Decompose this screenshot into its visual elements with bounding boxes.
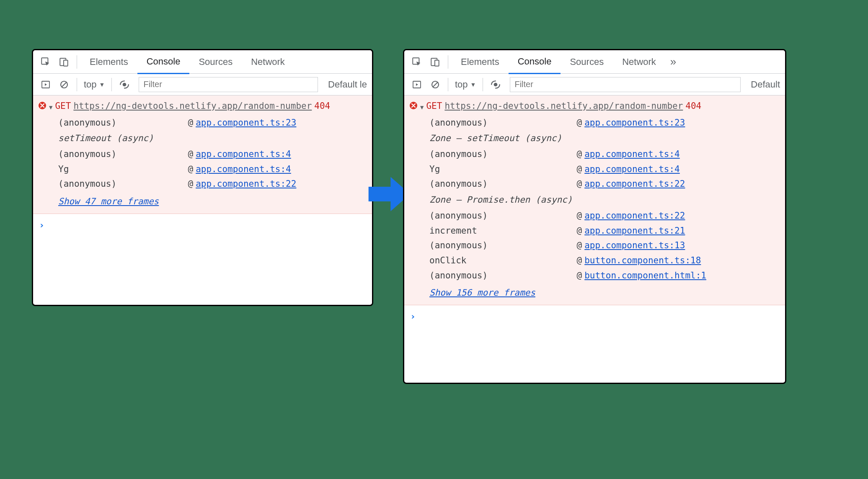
tab-console[interactable]: Console <box>137 51 190 74</box>
console-sidebar-toggle-icon[interactable] <box>408 76 425 93</box>
frame-function: (anonymous) <box>429 177 577 192</box>
more-tabs-icon[interactable]: » <box>665 55 681 68</box>
device-toolbar-icon[interactable] <box>427 54 444 70</box>
at-symbol: @ <box>577 162 582 177</box>
chevron-down-icon: ▼ <box>470 81 476 88</box>
console-toolbar: top ▼ Default <box>404 74 785 95</box>
console-sidebar-toggle-icon[interactable] <box>37 76 54 93</box>
console-prompt[interactable] <box>33 214 372 236</box>
inspect-icon[interactable] <box>37 54 54 70</box>
svg-line-5 <box>62 82 67 87</box>
divider <box>77 55 77 69</box>
svg-point-6 <box>123 83 126 86</box>
svg-point-14 <box>494 83 497 86</box>
frame-function: (anonymous) <box>429 147 577 162</box>
http-status: 404 <box>685 99 701 114</box>
frame-location-link[interactable]: app.component.ts:23 <box>196 116 296 131</box>
frame-function: (anonymous) <box>429 238 577 253</box>
expand-toggle-icon[interactable]: ▼ <box>49 103 52 113</box>
stack-frame: (anonymous) @ app.component.ts:23 <box>429 116 780 131</box>
frame-location-link[interactable]: app.component.ts:4 <box>196 162 291 177</box>
frame-location-link[interactable]: app.component.ts:4 <box>584 162 680 177</box>
devtools-tabbar: Elements Console Sources Network <box>33 50 372 74</box>
frame-location-link[interactable]: button.component.ts:18 <box>584 253 701 268</box>
tab-console[interactable]: Console <box>509 51 561 74</box>
divider <box>77 78 77 91</box>
frame-function: (anonymous) <box>58 177 188 192</box>
frame-function: (anonymous) <box>58 147 188 162</box>
devtools-panel-after: Elements Console Sources Network » top ▼ <box>403 49 786 384</box>
error-icon <box>38 101 46 110</box>
console-filter-input[interactable] <box>510 77 741 92</box>
clear-console-icon[interactable] <box>427 76 444 93</box>
divider <box>448 55 448 69</box>
console-filter-input[interactable] <box>139 77 318 92</box>
frame-function: (anonymous) <box>58 116 188 131</box>
svg-rect-2 <box>64 60 68 66</box>
at-symbol: @ <box>577 224 582 239</box>
devtools-tabbar: Elements Console Sources Network » <box>404 50 785 74</box>
frame-location-link[interactable]: app.component.ts:23 <box>584 116 685 131</box>
stack-frame: (anonymous) @ app.component.ts:13 <box>429 238 780 253</box>
request-url[interactable]: https://ng-devtools.netlify.app/random-n… <box>73 99 312 114</box>
live-expression-icon[interactable] <box>487 76 504 93</box>
at-symbol: @ <box>577 147 582 162</box>
async-boundary: setTimeout (async) <box>58 130 367 147</box>
tab-elements[interactable]: Elements <box>452 51 509 73</box>
console-output: ▼ GET https://ng-devtools.netlify.app/ra… <box>404 95 785 327</box>
context-label: top <box>84 79 97 90</box>
stack-frame: increment @ app.component.ts:21 <box>429 224 780 239</box>
frame-location-link[interactable]: app.component.ts:13 <box>584 238 685 253</box>
frame-location-link[interactable]: app.component.ts:22 <box>196 177 296 192</box>
context-selector[interactable]: top ▼ <box>452 79 479 90</box>
tab-sources[interactable]: Sources <box>189 51 242 73</box>
stack-frame: (anonymous) @ app.component.ts:23 <box>58 116 367 131</box>
live-expression-icon[interactable] <box>116 76 133 93</box>
expand-toggle-icon[interactable]: ▼ <box>420 103 424 113</box>
frame-location-link[interactable]: app.component.ts:21 <box>584 224 685 239</box>
console-toolbar: top ▼ Default le <box>33 74 372 95</box>
context-selector[interactable]: top ▼ <box>80 79 108 90</box>
divider <box>448 78 448 91</box>
frame-function: (anonymous) <box>429 268 577 283</box>
at-symbol: @ <box>577 268 582 283</box>
at-symbol: @ <box>577 209 582 224</box>
async-boundary: Zone — setTimeout (async) <box>429 130 780 147</box>
at-symbol: @ <box>577 253 582 268</box>
tab-sources[interactable]: Sources <box>561 51 613 73</box>
frame-location-link[interactable]: app.component.ts:4 <box>584 147 680 162</box>
clear-console-icon[interactable] <box>56 76 72 93</box>
stack-frame: (anonymous) @ app.component.ts:22 <box>429 209 780 224</box>
http-method: GET <box>55 99 71 114</box>
log-levels-selector[interactable]: Default le <box>323 79 372 90</box>
console-output: ▼ GET https://ng-devtools.netlify.app/ra… <box>33 95 372 236</box>
frame-function: Yg <box>58 162 188 177</box>
stack-frame: Yg @ app.component.ts:4 <box>58 162 367 177</box>
show-more-frames-link[interactable]: Show 47 more frames <box>38 192 367 209</box>
tab-network[interactable]: Network <box>613 51 665 73</box>
chevron-down-icon: ▼ <box>99 81 105 88</box>
async-boundary: Zone — Promise.then (async) <box>429 192 780 209</box>
device-toolbar-icon[interactable] <box>56 54 72 70</box>
divider <box>483 78 483 91</box>
frame-location-link[interactable]: app.component.ts:22 <box>584 209 685 224</box>
stack-trace: (anonymous) @ app.component.ts:23 setTim… <box>38 114 367 192</box>
console-prompt[interactable] <box>404 305 785 327</box>
frame-location-link[interactable]: button.component.html:1 <box>584 268 706 283</box>
show-more-frames-link[interactable]: Show 156 more frames <box>409 283 780 301</box>
stack-trace: (anonymous) @ app.component.ts:23 Zone —… <box>409 114 780 283</box>
tab-elements[interactable]: Elements <box>80 51 137 73</box>
frame-location-link[interactable]: app.component.ts:4 <box>196 147 291 162</box>
at-symbol: @ <box>188 147 194 162</box>
tab-network[interactable]: Network <box>242 51 294 73</box>
http-method: GET <box>426 99 442 114</box>
frame-location-link[interactable]: app.component.ts:22 <box>584 177 685 192</box>
inspect-icon[interactable] <box>408 54 425 70</box>
stack-frame: onClick @ button.component.ts:18 <box>429 253 780 268</box>
frame-function: increment <box>429 224 577 239</box>
log-levels-selector[interactable]: Default <box>746 79 785 90</box>
request-url[interactable]: https://ng-devtools.netlify.app/random-n… <box>444 99 683 114</box>
stack-frame: (anonymous) @ app.component.ts:4 <box>58 147 367 162</box>
svg-line-13 <box>433 82 438 87</box>
at-symbol: @ <box>188 162 194 177</box>
